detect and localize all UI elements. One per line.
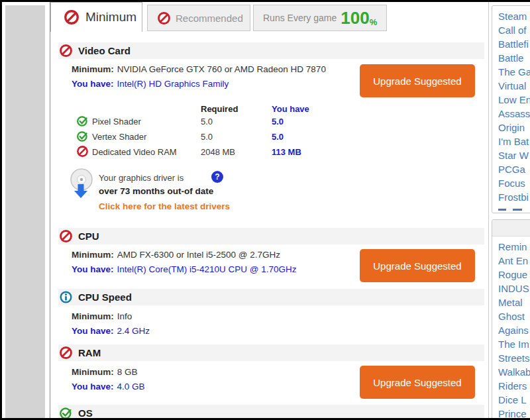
- sidebar-game-link[interactable]: PCGa: [498, 164, 525, 175]
- spec-you-have-value: 5.0: [272, 132, 284, 142]
- section-title: CPU Speed: [78, 291, 132, 303]
- sidebar-game-link[interactable]: Rogue: [498, 269, 527, 280]
- percent-sign: %: [370, 17, 378, 27]
- sidebar-game-link[interactable]: Focus: [498, 178, 525, 189]
- sidebar-game-link[interactable]: Battlefi: [498, 38, 529, 50]
- spec-row-label: Dedicated Video RAM: [92, 147, 177, 157]
- section-title: CPU: [78, 231, 99, 242]
- you-have-value: Intel(R) Core(TM) i5-4210U CPU @ 1.70GHz: [117, 264, 297, 274]
- minimum-value: NVIDIA GeForce GTX 760 or AMD Radeon HD …: [117, 64, 326, 74]
- upgrade-suggested-button[interactable]: Upgrade Suggested: [360, 64, 475, 97]
- sidebar-game-link[interactable]: Low En: [498, 94, 530, 105]
- sidebar-box-header: [492, 220, 530, 236]
- minimum-value: AMD FX-6300 or Intel i5-2500 @ 2.7GHz: [117, 250, 280, 260]
- sidebar-game-link[interactable]: The Im: [498, 339, 529, 350]
- list-item: Agains: [498, 323, 530, 337]
- sidebar-game-link[interactable]: The Ga: [498, 66, 530, 78]
- help-icon[interactable]: ?: [211, 171, 223, 183]
- cpu-minimum-line: Minimum:AMD FX-6300 or Intel i5-2500 @ 2…: [72, 250, 280, 260]
- driver-download-icon: [68, 168, 95, 202]
- cpu-you-have-line: You have:Intel(R) Core(TM) i5-4210U CPU …: [72, 264, 297, 274]
- sidebar-game-link[interactable]: Agains: [498, 325, 529, 336]
- driver-status-line1: Your graphics driver is: [99, 173, 184, 183]
- list-item: Dice L: [498, 393, 530, 407]
- minimum-label: Minimum:: [72, 64, 114, 74]
- list-item: Call of: [498, 23, 530, 37]
- cpu-speed-minimum-line: Minimum:Info: [72, 311, 132, 321]
- screen: Minimum Recommended Runs Every game 100 …: [0, 0, 530, 420]
- upgrade-suggested-button[interactable]: Upgrade Suggested: [360, 366, 475, 399]
- info-icon: [60, 291, 72, 303]
- sidebar-game-link[interactable]: INDUS: [498, 283, 529, 294]
- no-entry-icon: [158, 12, 170, 25]
- you-have-label: You have:: [72, 326, 114, 336]
- tab-recommended-label: Recommended: [176, 13, 243, 24]
- list-item: Assass: [498, 107, 530, 121]
- list-item: Star W: [498, 148, 530, 162]
- no-entry-icon: [64, 10, 79, 25]
- sidebar-game-link[interactable]: Walkab: [498, 366, 530, 378]
- clipped-link-fragment: [513, 209, 522, 211]
- list-item: The Im: [498, 337, 530, 351]
- sidebar-links-list: Remin Ant En Rogue INDUS Metal Ghost Aga…: [492, 236, 530, 420]
- latest-drivers-link[interactable]: Click here for the latest drivers: [99, 201, 230, 211]
- minimum-label: Minimum:: [72, 311, 114, 321]
- section-header-ram: RAM: [58, 344, 484, 361]
- no-entry-icon: [60, 346, 72, 359]
- you-have-label: You have:: [72, 382, 114, 392]
- clipped-link-fragment: [498, 209, 506, 211]
- tab-recommended[interactable]: Recommended: [147, 5, 250, 31]
- minimum-label: Minimum:: [72, 367, 114, 377]
- sidebar-game-link[interactable]: Origin: [498, 122, 525, 133]
- minimum-label: Minimum:: [72, 250, 114, 260]
- you-have-value: 2.4 GHz: [117, 326, 150, 336]
- sidebar-game-link[interactable]: Assass: [498, 108, 530, 119]
- sidebar-game-link[interactable]: Riders: [498, 380, 527, 392]
- list-item: Rogue: [498, 268, 530, 282]
- section-header-cpu-speed: CPU Speed: [58, 289, 484, 305]
- ram-you-have-line: You have:4.0 GB: [72, 382, 145, 392]
- sidebar-game-link[interactable]: Steam: [498, 11, 527, 22]
- video-card-you-have-line: You have:Intel(R) HD Graphics Family: [72, 79, 229, 89]
- no-entry-icon: [77, 146, 88, 157]
- spec-required-value: 5.0: [201, 117, 213, 127]
- sidebar-game-link[interactable]: Battle: [498, 52, 523, 64]
- no-entry-icon: [60, 230, 72, 242]
- list-item: Battle: [498, 51, 530, 65]
- sidebar-game-link[interactable]: Ghost: [498, 311, 525, 322]
- sidebar-game-link[interactable]: Metal: [498, 297, 523, 308]
- list-item: The Ga: [498, 65, 530, 79]
- minimum-value: 8 GB: [117, 367, 138, 377]
- list-item: Battlefi: [498, 37, 530, 51]
- tab-runs-every-game[interactable]: Runs Every game 100 %: [253, 5, 387, 31]
- you-have-value: 4.0 GB: [117, 382, 145, 392]
- sidebar-game-link[interactable]: Remin: [498, 241, 527, 252]
- tab-minimum[interactable]: Minimum: [50, 2, 142, 32]
- list-item: Remin: [498, 240, 530, 254]
- you-have-value: Intel(R) HD Graphics Family: [117, 79, 229, 89]
- spec-you-have-value: 113 MB: [272, 147, 301, 157]
- list-item: Ant En: [498, 254, 530, 268]
- upgrade-suggested-button[interactable]: Upgrade Suggested: [360, 249, 475, 282]
- spec-required-value: 5.0: [201, 132, 213, 142]
- sidebar-game-link[interactable]: Frostbi: [498, 191, 529, 203]
- runs-every-game-label: Runs Every game: [263, 13, 337, 23]
- you-have-label: You have:: [72, 264, 114, 274]
- you-have-label: You have:: [72, 79, 114, 89]
- sidebar-game-link[interactable]: Ant En: [498, 255, 528, 266]
- driver-status-line2: over 73 months out-of date: [99, 186, 213, 196]
- sidebar-links-list: Steam Call of Battlefi Battle The Ga Vir…: [492, 6, 530, 204]
- section-header-cpu: CPU: [58, 228, 484, 244]
- sidebar-game-link[interactable]: Virtual: [498, 80, 526, 91]
- list-item: INDUS: [498, 282, 530, 295]
- sidebar-game-link[interactable]: Call of: [498, 25, 527, 36]
- check-icon: [77, 115, 88, 127]
- sidebar-game-link[interactable]: Star W: [498, 150, 529, 161]
- sidebar-game-link[interactable]: Streets: [498, 352, 530, 364]
- sidebar-game-link[interactable]: Dice L: [498, 394, 527, 405]
- section-title: Video Card: [78, 45, 131, 56]
- tab-minimum-label: Minimum: [85, 10, 136, 25]
- list-item: Virtual: [498, 79, 530, 93]
- list-item: Origin: [498, 121, 530, 134]
- sidebar-game-link[interactable]: I'm Bat: [498, 136, 529, 147]
